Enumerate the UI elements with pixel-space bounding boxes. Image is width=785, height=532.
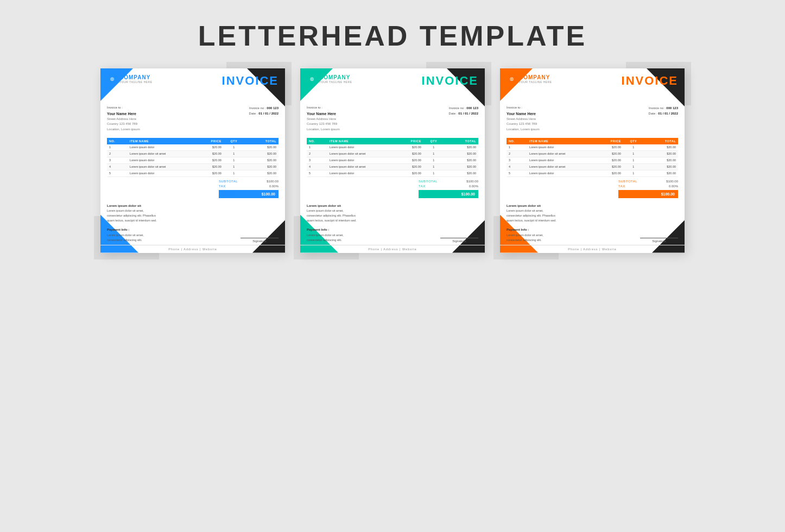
cell-total: $20.00 [444, 170, 478, 176]
cell-total: $20.00 [644, 163, 678, 170]
tax-row-green: TAX 0.00% [419, 184, 478, 189]
totals-inner-blue: SUBTOTAL $100.00 TAX 0.00% TOTAL $100.00 [219, 179, 278, 198]
cell-qty: 1 [224, 150, 244, 157]
payment-title-blue: Payment Info : [107, 227, 236, 233]
invoice-to-label-blue: Invoice to : [107, 105, 140, 111]
table-row-3-green: 3 Lorem ipsum dolor $20.00 1 $20.00 [307, 157, 478, 163]
cell-qty: 1 [423, 157, 444, 163]
invoice-table-green: NO. ITEM NAME PRICE QTY TOTAL 1 Lorem ip… [307, 138, 478, 177]
table-body-blue: 1 Lorem ipsum dolor $20.00 1 $20.00 2 Lo… [107, 144, 278, 177]
invoice-header-green: ◎ COMPANY YOUR TAGLINE HERE INVOICE [300, 68, 485, 103]
cell-no: 4 [307, 163, 327, 170]
invoice-to-orange: Invoice to : Your Name Here Street Addre… [507, 105, 540, 132]
cell-qty: 1 [423, 170, 444, 176]
tax-label-green: TAX [419, 185, 426, 188]
cell-item: Lorem ipsum dolor [128, 144, 193, 151]
invoice-footer-blue: Lorem ipsum dolor sit Lorem ipsum dolor … [100, 200, 285, 245]
tax-label-blue: TAX [219, 185, 226, 188]
col-total-header-orange: TOTAL [644, 138, 678, 144]
cell-total: $20.00 [444, 150, 478, 157]
cell-no: 2 [307, 150, 327, 157]
cell-no: 4 [507, 163, 527, 170]
bottom-bar-blue: Phone | Address | Website [100, 245, 285, 253]
address3-blue: Location, Lorem ipsum [107, 127, 140, 132]
invoice-template-green: ◎ COMPANY YOUR TAGLINE HERE INVOICE Invo… [300, 68, 485, 253]
tax-value-orange: 0.00% [669, 185, 678, 188]
cell-price: $20.00 [392, 150, 423, 157]
cell-price: $20.00 [592, 170, 623, 176]
footer-body1-orange: Lorem ipsum dolor sit amet,consectetur a… [507, 208, 636, 223]
cell-price: $20.00 [392, 157, 423, 163]
total-value-blue: $100.00 [262, 192, 275, 196]
col-item-header-green: ITEM NAME [327, 138, 392, 144]
invoice-footer-green: Lorem ipsum dolor sit Lorem ipsum dolor … [300, 200, 485, 245]
cell-qty: 1 [623, 150, 644, 157]
logo-icon-blue: ◎ [107, 74, 117, 84]
invoice-title-orange: INVOICE [622, 74, 678, 88]
cell-qty: 1 [423, 163, 444, 170]
footer-title1-orange: Lorem ipsum dolor sit [507, 204, 636, 209]
footer-right-green: Signature [440, 204, 478, 243]
invoice-table-blue: NO. ITEM NAME PRICE QTY TOTAL 1 Lorem ip… [107, 138, 278, 177]
cell-item: Lorem ipsum dolor sit amet [327, 163, 392, 170]
cell-item: Lorem ipsum dolor sit amet [527, 150, 592, 157]
invoice-info-green: Invoice to : Your Name Here Street Addre… [300, 103, 485, 136]
invoice-info-blue: Invoice to : Your Name Here Street Addre… [100, 103, 285, 136]
invoice-template-orange: ◎ COMPANY YOUR TAGLINE HERE INVOICE Invo… [500, 68, 685, 253]
col-qty-header-green: QTY [423, 138, 444, 144]
cell-qty: 1 [623, 163, 644, 170]
signature-label-green: Signature [452, 239, 466, 243]
table-row-4-green: 4 Lorem ipsum dolor sit amet $20.00 1 $2… [307, 163, 478, 170]
cell-qty: 1 [224, 144, 244, 151]
invoice-no-row-blue: Invoice no : 000 123 [249, 105, 278, 111]
invoice-to-label-green: Invoice to : [307, 105, 340, 111]
cell-price: $20.00 [193, 150, 224, 157]
table-row-4-orange: 4 Lorem ipsum dolor sit amet $20.00 1 $2… [507, 163, 678, 170]
cell-total: $20.00 [444, 157, 478, 163]
total-value-green: $100.00 [461, 192, 475, 196]
col-total-header-blue: TOTAL [244, 138, 278, 144]
date-row-orange: Date : 01 / 01 / 2022 [649, 111, 678, 116]
tax-row-blue: TAX 0.00% [219, 184, 278, 189]
tax-value-blue: 0.00% [269, 185, 278, 188]
logo-icon-green: ◎ [307, 74, 316, 84]
cell-item: Lorem ipsum dolor sit amet [527, 163, 592, 170]
invoice-to-label-orange: Invoice to : [507, 105, 540, 111]
bottom-bar-green: Phone | Address | Website [300, 245, 485, 253]
payment-text-green: Lorem ipsum dolor sit amet,consectetur a… [307, 233, 436, 243]
table-row-3-orange: 3 Lorem ipsum dolor $20.00 1 $20.00 [507, 157, 678, 163]
cell-item: Lorem ipsum dolor [128, 170, 193, 176]
col-total-header-green: TOTAL [444, 138, 478, 144]
company-info-blue: COMPANY YOUR TAGLINE HERE [119, 74, 153, 84]
cell-item: Lorem ipsum dolor sit amet [128, 163, 193, 170]
cell-no: 5 [107, 170, 128, 176]
company-name-orange: COMPANY [519, 74, 552, 80]
invoice-footer-orange: Lorem ipsum dolor sit Lorem ipsum dolor … [500, 200, 685, 245]
company-info-green: COMPANY YOUR TAGLINE HERE [319, 74, 352, 84]
signature-line-green [440, 238, 478, 238]
company-name-blue: COMPANY [119, 74, 153, 80]
table-body-orange: 1 Lorem ipsum dolor $20.00 1 $20.00 2 Lo… [507, 144, 678, 177]
total-label-orange: TOTAL [622, 192, 635, 196]
subtotal-label-green: SUBTOTAL [419, 180, 438, 183]
table-row-2-blue: 2 Lorem ipsum dolor sit amet $20.00 1 $2… [107, 150, 278, 157]
address3-green: Location, Lorem ipsum [307, 127, 340, 132]
cell-no: 2 [507, 150, 527, 157]
cell-item: Lorem ipsum dolor [327, 170, 392, 176]
cell-no: 3 [507, 157, 527, 163]
table-row-1-blue: 1 Lorem ipsum dolor $20.00 1 $20.00 [107, 144, 278, 151]
cell-price: $20.00 [592, 144, 623, 151]
invoice-totals-orange: SUBTOTAL $100.00 TAX 0.00% TOTAL $100.00 [507, 179, 678, 198]
cell-no: 5 [307, 170, 327, 176]
footer-body1-green: Lorem ipsum dolor sit amet,consectetur a… [307, 208, 436, 223]
total-label-blue: TOTAL [222, 192, 236, 196]
col-item-header-orange: ITEM NAME [527, 138, 592, 144]
cell-qty: 1 [423, 150, 444, 157]
cell-qty: 1 [423, 144, 444, 151]
address1-orange: Street Address Here [507, 117, 540, 122]
col-no-header-blue: NO. [107, 138, 128, 144]
invoice-totals-green: SUBTOTAL $100.00 TAX 0.00% TOTAL $100.00 [307, 179, 478, 198]
subtotal-label-blue: SUBTOTAL [219, 180, 238, 183]
col-no-header-orange: NO. [507, 138, 527, 144]
subtotal-row-blue: SUBTOTAL $100.00 [219, 179, 278, 184]
